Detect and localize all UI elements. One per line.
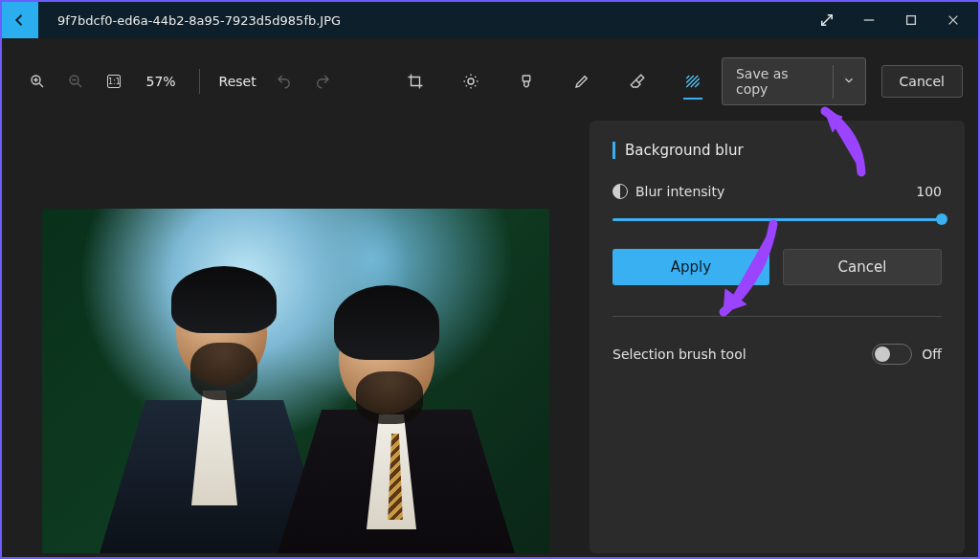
zoom-out-icon[interactable]	[59, 64, 92, 99]
adjust-icon[interactable]	[454, 64, 488, 99]
titlebar: 9f7bdcf0-ed6a-44b2-8a95-7923d5d985fb.JPG	[2, 2, 978, 38]
editor-toolbar: 1:1 57% Reset Save as copy	[2, 38, 978, 121]
selection-brush-label: Selection brush tool	[612, 347, 746, 362]
expand-diagonal-icon[interactable]	[806, 11, 848, 29]
close-button[interactable]	[932, 2, 974, 38]
save-dropdown-chevron[interactable]	[833, 65, 865, 99]
zoom-in-icon[interactable]	[21, 64, 54, 99]
markup-icon[interactable]	[565, 64, 599, 99]
edited-photo[interactable]	[42, 209, 549, 553]
panel-title: Background blur	[625, 142, 744, 159]
apply-button[interactable]: Apply	[612, 249, 769, 285]
fit-1to1-button[interactable]: 1:1	[98, 64, 130, 99]
panel-separator	[612, 316, 942, 317]
crop-icon[interactable]	[398, 64, 433, 99]
background-blur-tab[interactable]	[676, 64, 710, 99]
back-button[interactable]	[2, 2, 38, 38]
svg-point-3	[468, 78, 474, 84]
svg-rect-4	[523, 76, 530, 81]
window-title: 9f7bdcf0-ed6a-44b2-8a95-7923d5d985fb.JPG	[57, 13, 806, 28]
panel-cancel-button[interactable]: Cancel	[783, 249, 942, 285]
blur-intensity-slider[interactable]	[612, 212, 942, 226]
save-as-copy-split-button[interactable]: Save as copy	[722, 57, 866, 105]
redo-icon[interactable]	[306, 64, 339, 99]
blur-intensity-icon	[612, 184, 628, 199]
slider-thumb[interactable]	[936, 213, 947, 225]
toolbar-separator	[199, 69, 200, 94]
selection-brush-state: Off	[922, 347, 942, 362]
main-area: Background blur Blur intensity 100 Apply…	[2, 121, 978, 559]
filter-icon[interactable]	[509, 64, 544, 99]
panel-accent-bar	[612, 142, 615, 159]
blur-intensity-value: 100	[916, 184, 942, 199]
save-as-copy-label[interactable]: Save as copy	[723, 58, 833, 104]
erase-icon[interactable]	[620, 64, 655, 99]
undo-icon[interactable]	[268, 64, 301, 99]
svg-rect-0	[907, 16, 916, 25]
image-canvas[interactable]	[15, 121, 567, 553]
selection-brush-toggle[interactable]	[872, 344, 912, 365]
editor-tabs	[398, 64, 710, 99]
zoom-percent[interactable]: 57%	[136, 74, 185, 89]
minimize-button[interactable]	[848, 2, 890, 38]
reset-button[interactable]: Reset	[213, 74, 262, 89]
toolbar-cancel-button[interactable]: Cancel	[881, 65, 963, 98]
background-blur-panel: Background blur Blur intensity 100 Apply…	[590, 121, 965, 553]
maximize-button[interactable]	[890, 2, 932, 38]
blur-intensity-label: Blur intensity	[635, 184, 724, 199]
